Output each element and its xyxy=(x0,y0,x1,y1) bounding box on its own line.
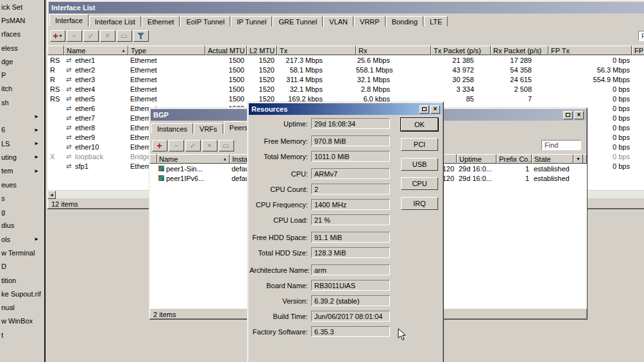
ok-button[interactable]: OK xyxy=(401,118,438,131)
column-rx[interactable]: Rx xyxy=(356,46,431,55)
column-fp[interactable]: FP xyxy=(632,46,644,55)
usb-button[interactable]: USB xyxy=(401,158,438,171)
column-fp-tx[interactable]: FP Tx xyxy=(548,46,632,55)
cell-flags: RS xyxy=(47,56,64,64)
interface-tab[interactable]: EoIP Tunnel xyxy=(180,16,230,26)
find-box[interactable]: Find xyxy=(638,31,644,41)
field-value-text: 6.39.2 (stable) xyxy=(314,297,359,305)
sidebar-menu-item[interactable]: PsMAN xyxy=(0,13,44,27)
sidebar-menu-item[interactable]: nual xyxy=(0,301,44,315)
column-rx-packet[interactable]: Rx Packet (p/s) xyxy=(491,46,548,55)
interface-row[interactable]: R ⇄ ether3 Ethernet 1500 1520 311.4 Mbps… xyxy=(47,74,644,84)
sidebar-menu-item[interactable]: w WinBox xyxy=(0,315,44,328)
field-label: Free HDD Space: xyxy=(250,234,311,241)
filter-button[interactable] xyxy=(133,30,149,42)
sidebar-menu-item[interactable]: eless xyxy=(0,41,44,55)
field-value-text: ARMv7 xyxy=(314,170,337,178)
sidebar-menu-item[interactable]: dge xyxy=(0,55,44,68)
sidebar-menu-item[interactable]: rfaces xyxy=(0,28,44,41)
column-label: Name xyxy=(159,155,178,163)
tab-label: Interface xyxy=(55,17,83,24)
interface-tab[interactable]: Interface xyxy=(49,14,89,26)
sidebar-menu-item[interactable]: ► xyxy=(0,109,44,123)
sidebar-menu-item[interactable]: ick Set xyxy=(0,0,44,13)
column-tx-packet[interactable]: Tx Packet (p/s) xyxy=(431,46,491,55)
resource-field-row: Version: 6.39.2 (stable) xyxy=(250,295,443,306)
interface-tab[interactable]: Bonding xyxy=(386,16,423,26)
pci-button[interactable]: PCI xyxy=(401,138,438,151)
sidebar-menu-item[interactable]: tition xyxy=(0,273,44,287)
sidebar-menu-item[interactable]: dius xyxy=(0,219,44,232)
cpu-button[interactable]: CPU xyxy=(401,177,438,190)
sidebar-menu-item[interactable]: sh xyxy=(0,96,44,109)
interface-tab[interactable]: IP Tunnel xyxy=(231,16,272,26)
sidebar-menu-item[interactable]: P xyxy=(0,68,44,82)
column-uptime[interactable]: Uptime xyxy=(457,154,496,164)
sidebar-menu-item[interactable]: ols ► xyxy=(0,232,44,246)
column-tx[interactable]: Tx xyxy=(277,46,356,55)
cell-rx-packet: 24 615 xyxy=(491,76,548,83)
column-selector-button[interactable]: ▼ xyxy=(573,154,583,164)
interface-tab[interactable]: VLAN xyxy=(323,16,353,26)
sidebar-menu-item[interactable]: eues xyxy=(0,178,44,191)
scroll-left-button[interactable]: ◄ xyxy=(47,191,56,199)
bgp-tab[interactable]: VRFs xyxy=(194,123,223,134)
interface-row[interactable]: R ⇄ ether2 Ethernet 1500 1520 58.1 Mbps … xyxy=(47,65,644,74)
cell-fp-tx: 0 bps xyxy=(548,56,632,64)
find-box[interactable]: Find xyxy=(541,140,581,150)
comment-button[interactable]: ▭ xyxy=(219,140,234,151)
interface-tab[interactable]: GRE Tunnel xyxy=(273,16,323,26)
interface-tab[interactable]: Ethernet xyxy=(142,16,180,26)
column-actual-mtu[interactable]: Actual MTU xyxy=(205,46,247,55)
field-label: Version: xyxy=(250,297,311,305)
shade-button[interactable] xyxy=(419,105,429,114)
sidebar-menu-item[interactable]: itch xyxy=(0,82,44,96)
comment-button[interactable]: ▭ xyxy=(117,30,132,42)
column-type[interactable]: Type xyxy=(128,46,205,55)
disable-button[interactable]: × xyxy=(202,140,217,151)
column-label: Actual MTU xyxy=(208,47,244,55)
field-value: 91.1 MiB xyxy=(311,232,390,243)
remove-button[interactable]: − xyxy=(67,30,82,42)
interface-tab[interactable]: LTE xyxy=(424,16,448,26)
sidebar-menu-item[interactable]: 6 ► xyxy=(0,123,44,137)
sidebar-menu-item[interactable]: w Terminal xyxy=(0,246,44,259)
column-name[interactable]: Name ▲ xyxy=(64,46,128,55)
column-icon[interactable] xyxy=(149,154,157,164)
interface-window-titlebar[interactable]: Interface List xyxy=(49,2,644,13)
sidebar-menu-item[interactable]: tem ► xyxy=(0,164,44,178)
interface-row[interactable]: RS ⇄ ether4 Ethernet 1500 1520 32.1 Mbps… xyxy=(47,84,644,94)
close-button[interactable]: × xyxy=(574,111,584,119)
column-flags[interactable] xyxy=(47,46,64,55)
sidebar-menu-item[interactable]: s xyxy=(0,191,44,205)
interface-row[interactable]: RS ⇄ ether1 Ethernet 1500 1520 217.3 Mbp… xyxy=(47,55,644,65)
bgp-tab[interactable]: Instances xyxy=(151,123,193,134)
sidebar-menu-item[interactable]: uting ► xyxy=(0,150,44,164)
interface-tab[interactable]: Interface List xyxy=(89,16,141,26)
interface-tab[interactable]: VRRP xyxy=(354,16,386,26)
cell-fp-tx: 0 bps xyxy=(548,85,632,93)
cell-fp-tx: 56.3 Mbps xyxy=(548,66,632,74)
irq-button[interactable]: IRQ xyxy=(401,197,438,210)
remove-button[interactable]: − xyxy=(169,140,184,151)
enable-button[interactable]: ✓ xyxy=(185,140,201,151)
disable-button[interactable]: × xyxy=(100,30,115,42)
enable-button[interactable]: ✓ xyxy=(83,30,99,42)
column-name[interactable]: Name ▲ xyxy=(157,154,230,164)
resources-titlebar[interactable]: Resources × xyxy=(249,103,442,115)
column-prefix-count[interactable]: Prefix Co... xyxy=(496,154,532,164)
button-glyph-icon: ▭ xyxy=(121,32,128,40)
column-l2-mtu[interactable]: L2 MTU xyxy=(247,46,277,55)
sidebar-menu-item[interactable]: t xyxy=(0,328,44,341)
sidebar-menu-item[interactable]: LS ► xyxy=(0,137,44,150)
close-button[interactable]: × xyxy=(430,105,440,114)
interface-icon: ⇄ xyxy=(66,134,74,141)
menu-item-label: ols xyxy=(1,236,10,243)
add-button[interactable]: +▼ xyxy=(50,30,65,42)
column-state[interactable]: State xyxy=(532,154,573,164)
sidebar-menu-item[interactable]: D xyxy=(0,260,44,273)
sidebar-menu-item[interactable]: g xyxy=(0,205,44,218)
add-button[interactable]: + xyxy=(152,140,167,151)
shade-button[interactable] xyxy=(563,111,573,119)
sidebar-menu-item[interactable]: ke Supout.rif xyxy=(0,287,44,300)
